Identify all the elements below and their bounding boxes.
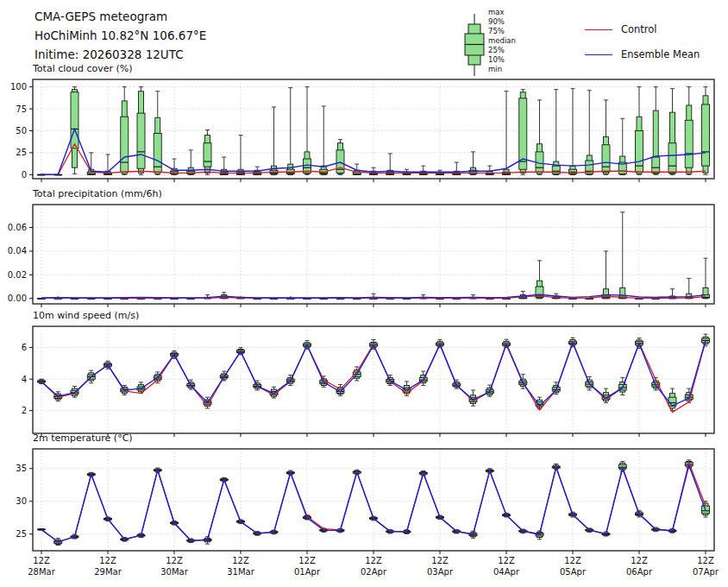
panel-1-boxes [38,212,710,300]
panel-title-cloud-cover: Total cloud cover (%) [33,63,133,74]
panel-1-grid [33,205,714,304]
legend-label-p25: 25% [488,46,516,55]
svg-text:03Apr: 03Apr [427,567,454,577]
init-time: Initime: 20260328 12UTC [35,45,206,64]
svg-text:30: 30 [16,496,27,506]
station-location: HoChiMinh 10.82°N 106.67°E [35,26,206,45]
panel-1: 0.000.020.040.06 [8,205,714,307]
svg-text:12Z: 12Z [365,556,382,565]
panel-title-wind-speed: 10m wind speed (m/s) [33,310,139,321]
ensemble-mean-line-icon [585,54,612,55]
svg-text:28Mar: 28Mar [28,567,55,577]
svg-text:25: 25 [16,529,27,539]
panel-title-precipitation: Total precipitation (mm/6h) [33,188,162,199]
panel-2-y-axis: 246 [22,343,33,415]
legend-label-p10: 10% [488,55,516,65]
svg-text:12Z: 12Z [697,556,714,565]
panel-title-temperature: 2m temperature (°C) [33,432,133,444]
legend-label-max: max [488,8,516,17]
svg-text:12Z: 12Z [631,556,648,565]
svg-text:75: 75 [16,104,27,114]
svg-text:0.02: 0.02 [8,270,27,280]
legend-label-min: min [488,65,516,74]
panel-0-grid [33,79,714,179]
svg-text:0: 0 [22,170,27,180]
legend-label-p90: 90% [488,17,516,27]
svg-text:0.04: 0.04 [8,246,27,256]
legend-control-label: Control [621,23,657,35]
panel-0: 0255075100 [10,79,714,182]
svg-text:12Z: 12Z [431,556,449,565]
svg-text:31Mar: 31Mar [227,567,254,577]
svg-text:12Z: 12Z [498,556,515,565]
x-axis-labels: 12Z28Mar12Z29Mar12Z30Mar12Z31Mar12Z01Apr… [28,556,719,577]
svg-text:12Z: 12Z [232,556,249,565]
svg-text:50: 50 [16,126,27,136]
control-line-icon [585,29,612,30]
legend-ensemble-mean-label: Ensemble Mean [621,48,700,60]
svg-text:12Z: 12Z [99,556,116,565]
svg-text:01Apr: 01Apr [294,567,321,577]
panel-0-boxes [38,87,710,175]
meteogram-canvas: 02550751000.000.020.040.0624625303512Z28… [0,0,728,587]
svg-text:0.06: 0.06 [8,223,27,232]
legend-label-p75: 75% [488,27,516,36]
svg-text:6: 6 [22,343,27,352]
header: CMA-GEPS meteogram HoChiMinh 10.82°N 106… [35,7,206,64]
svg-text:0.00: 0.00 [8,294,27,303]
svg-text:100: 100 [10,82,27,92]
svg-text:12Z: 12Z [298,556,316,565]
svg-text:35: 35 [16,464,27,473]
panel-1-y-axis: 0.000.020.040.06 [8,223,33,303]
svg-text:12Z: 12Z [564,556,581,565]
legend-entry-ensemble-mean: Ensemble Mean [585,48,700,60]
svg-text:04Apr: 04Apr [493,567,520,577]
panel-2: 246 [22,326,714,437]
svg-text:30Mar: 30Mar [160,567,188,577]
svg-text:06Apr: 06Apr [626,567,653,577]
svg-text:05Apr: 05Apr [560,567,587,577]
panel-0-y-axis: 0255075100 [10,82,33,180]
svg-text:02Apr: 02Apr [361,567,387,577]
svg-text:12Z: 12Z [166,556,183,565]
svg-text:12Z: 12Z [33,556,50,565]
svg-text:29Mar: 29Mar [94,567,122,577]
panel-3-y-axis: 253035 [16,464,33,539]
meteogram-page: 02550751000.000.020.040.0624625303512Z28… [0,0,728,587]
panel-3-control-line [41,463,706,542]
svg-text:25: 25 [16,148,27,157]
panel-3-grid [33,449,714,551]
legend-entry-control: Control [585,23,657,35]
boxplot-legend-icon [457,5,492,83]
panel-3: 253035 [16,449,714,554]
boxplot-legend-labels: max 90% 75% median 25% 10% min [488,8,516,74]
svg-text:07Apr: 07Apr [693,567,719,577]
svg-text:2: 2 [22,406,27,415]
page-title: CMA-GEPS meteogram [35,7,206,26]
svg-text:4: 4 [22,375,27,384]
legend-label-median: median [488,36,516,46]
